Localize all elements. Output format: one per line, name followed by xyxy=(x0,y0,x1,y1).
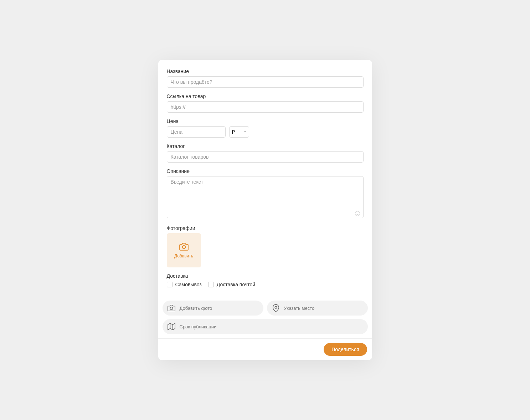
camera-icon xyxy=(179,242,189,251)
description-field: Описание xyxy=(167,168,364,220)
actions-bar: Добавить фото Указать место Срок публика… xyxy=(158,296,372,338)
add-photo-label: Добавить xyxy=(174,253,193,258)
map-pin-icon xyxy=(272,304,280,312)
location-chip[interactable]: Указать место xyxy=(267,301,368,316)
checkbox-box xyxy=(167,282,173,287)
delivery-options: Самовывоз Доставка почтой xyxy=(167,282,364,287)
emoji-button[interactable] xyxy=(354,210,361,217)
svg-point-5 xyxy=(275,306,277,308)
currency-select[interactable]: ₽ xyxy=(229,126,249,138)
form-footer: Поделиться xyxy=(158,338,372,360)
currency-value: ₽ xyxy=(232,129,235,135)
pickup-checkbox[interactable]: Самовывоз xyxy=(167,282,202,287)
add-photo-button[interactable]: Добавить xyxy=(167,233,201,267)
svg-point-4 xyxy=(170,307,173,309)
location-chip-label: Указать место xyxy=(284,306,315,311)
photos-field: Фотографии Добавить xyxy=(167,225,364,267)
submit-button[interactable]: Поделиться xyxy=(324,343,367,356)
form-body: Название Ссылка на товар Цена ₽ Каталог xyxy=(158,60,372,296)
description-wrap xyxy=(167,176,364,220)
schedule-chip[interactable]: Срок публикации xyxy=(163,319,368,334)
svg-marker-6 xyxy=(168,323,175,330)
link-input[interactable] xyxy=(167,101,364,113)
svg-point-3 xyxy=(182,246,185,249)
catalog-field: Каталог Каталог товаров xyxy=(167,143,364,163)
product-form-card: Название Ссылка на товар Цена ₽ Каталог xyxy=(158,60,372,360)
add-photo-chip[interactable]: Добавить фото xyxy=(163,301,263,316)
photos-label: Фотографии xyxy=(167,225,364,231)
link-field: Ссылка на товар xyxy=(167,93,364,113)
postal-label: Доставка почтой xyxy=(217,282,255,287)
add-photo-chip-label: Добавить фото xyxy=(180,306,212,311)
name-field: Название xyxy=(167,68,364,88)
svg-point-0 xyxy=(355,211,360,216)
schedule-chip-label: Срок публикации xyxy=(180,324,217,329)
map-icon xyxy=(168,323,175,331)
price-field: Цена ₽ xyxy=(167,118,364,138)
delivery-label: Доставка xyxy=(167,273,364,279)
catalog-placeholder: Каталог товаров xyxy=(171,154,209,160)
name-input[interactable] xyxy=(167,76,364,88)
chevron-down-icon xyxy=(243,130,247,134)
price-row: ₽ xyxy=(167,126,364,138)
postal-checkbox[interactable]: Доставка почтой xyxy=(208,282,255,287)
delivery-field: Доставка Самовывоз Доставка почтой xyxy=(167,273,364,287)
name-label: Название xyxy=(167,68,364,74)
checkbox-box xyxy=(208,282,214,287)
price-label: Цена xyxy=(167,118,364,124)
price-input[interactable] xyxy=(167,126,226,138)
catalog-label: Каталог xyxy=(167,143,364,149)
catalog-select[interactable]: Каталог товаров xyxy=(167,151,364,163)
link-label: Ссылка на товар xyxy=(167,93,364,99)
pickup-label: Самовывоз xyxy=(175,282,202,287)
camera-icon xyxy=(168,304,175,312)
description-input[interactable] xyxy=(167,176,364,218)
description-label: Описание xyxy=(167,168,364,174)
smile-icon xyxy=(355,211,360,216)
